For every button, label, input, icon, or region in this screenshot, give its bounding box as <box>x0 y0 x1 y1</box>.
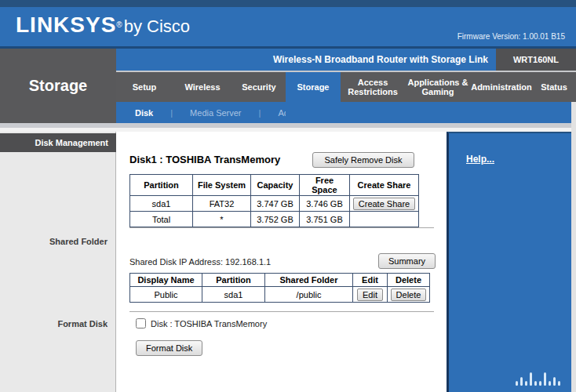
format-disk-checkbox-row: Disk : TOSHIBA TransMemory <box>136 318 267 328</box>
format-disk-button[interactable]: Format Disk <box>136 340 202 356</box>
sidebar-item-format-disk: Format Disk <box>57 319 108 328</box>
logo-brand: LINKSYS <box>16 13 116 37</box>
shared-disk-ip: Shared Disk IP Address: 192.168.1.1 <box>129 257 271 267</box>
tab-security[interactable]: Security <box>232 72 286 102</box>
subnav-separator: | <box>170 108 173 118</box>
product-name: Wireless-N Broadband Router with Storage… <box>116 49 496 71</box>
cell-delete: Delete <box>388 287 430 303</box>
logo-suffix: by Cisco <box>124 16 190 36</box>
section-divider <box>129 227 434 228</box>
subnav-item-media-server[interactable]: Media Server <box>190 108 241 118</box>
shared-folder-table: Display Name Partition Shared Folder Edi… <box>129 273 430 303</box>
page-title-block: Storage <box>0 49 116 123</box>
help-sidebar: Help... <box>447 132 571 392</box>
section-divider <box>129 311 434 312</box>
create-share-button[interactable]: Create Share <box>353 198 415 210</box>
cell-capacity: 3.747 GB <box>251 196 300 212</box>
col-file-system: File System <box>193 175 251 196</box>
format-disk-checkbox-label: Disk : TOSHIBA TransMemory <box>151 319 267 328</box>
tab-access-restrictions[interactable]: Access Restrictions <box>341 72 405 102</box>
tab-applications-gaming[interactable]: Applications & Gaming <box>405 72 471 102</box>
col-free-space: Free Space <box>300 175 350 196</box>
col-capacity: Capacity <box>251 175 300 196</box>
cell-create-share: Create Share <box>350 196 419 212</box>
tab-storage[interactable]: Storage <box>286 72 341 123</box>
col-shared-folder: Shared Folder <box>265 274 353 287</box>
help-link[interactable]: Help... <box>466 154 494 165</box>
col-partition: Partition <box>130 175 193 196</box>
table-header-row: Partition File System Capacity Free Spac… <box>130 175 419 196</box>
cell-edit: Edit <box>353 287 388 303</box>
cell-capacity: 3.752 GB <box>251 212 300 227</box>
tab-status[interactable]: Status <box>532 72 576 102</box>
cell-partition: sda1 <box>202 287 265 303</box>
firmware-version: Firmware Version: 1.00.01 B15 <box>458 32 565 41</box>
page-title: Storage <box>0 77 116 95</box>
cisco-bars-icon <box>516 370 560 386</box>
linksys-logo: LINKSYS®by Cisco <box>16 13 190 38</box>
ip-value: 192.168.1.1 <box>225 257 271 267</box>
cell-shared-folder: /public <box>265 287 353 303</box>
table-row: sda1 FAT32 3.747 GB 3.746 GB Create Shar… <box>130 196 419 212</box>
col-edit: Edit <box>353 274 388 287</box>
cell-create-share-empty <box>350 212 419 227</box>
left-sidebar: Disk Management Shared Folder Format Dis… <box>0 132 116 392</box>
cell-free-space: 3.746 GB <box>300 196 350 212</box>
cell-partition: sda1 <box>130 196 193 212</box>
cell-partition: Total <box>130 212 193 227</box>
table-header-row: Display Name Partition Shared Folder Edi… <box>130 274 430 287</box>
col-create-share: Create Share <box>350 175 419 196</box>
sidebar-item-shared-folder: Shared Folder <box>49 237 108 246</box>
table-row: Public sda1 /public Edit Delete <box>130 287 430 303</box>
header-top-edge <box>0 0 576 7</box>
model-bar: Wireless-N Broadband Router with Storage… <box>116 49 576 71</box>
cell-file-system: FAT32 <box>193 196 251 212</box>
main-nav: Setup Wireless Security Storage Access R… <box>116 72 576 102</box>
col-partition: Partition <box>202 274 265 287</box>
cell-free-space: 3.751 GB <box>300 212 350 227</box>
right-margin-strip <box>571 72 576 392</box>
subnav-separator: | <box>259 108 261 118</box>
model-number: WRT160NL <box>496 49 576 71</box>
top-header: LINKSYS®by Cisco Firmware Version: 1.00.… <box>0 0 576 49</box>
subnav-item-disk[interactable]: Disk <box>135 108 153 118</box>
delete-button[interactable]: Delete <box>391 289 427 301</box>
registered-mark: ® <box>116 20 122 29</box>
safely-remove-disk-button[interactable]: Safely Remove Disk <box>312 152 414 168</box>
ip-label: Shared Disk IP Address: <box>129 257 223 267</box>
col-display-name: Display Name <box>130 274 202 287</box>
disk-title: Disk1 : TOSHIBA TransMemory <box>129 154 280 165</box>
storage-subnav: Disk | Media Server | Administration <box>116 102 571 123</box>
summary-button[interactable]: Summary <box>378 253 436 269</box>
table-row: Total * 3.752 GB 3.751 GB <box>130 212 419 227</box>
partition-table: Partition File System Capacity Free Spac… <box>129 174 419 227</box>
tab-administration[interactable]: Administration <box>471 72 532 102</box>
cell-display-name: Public <box>130 287 202 303</box>
tab-wireless[interactable]: Wireless <box>173 72 232 102</box>
col-delete: Delete <box>388 274 430 287</box>
cell-file-system: * <box>193 212 251 227</box>
format-disk-checkbox[interactable] <box>136 318 146 328</box>
tab-setup[interactable]: Setup <box>116 72 173 102</box>
main-content: Disk1 : TOSHIBA TransMemory Safely Remov… <box>117 132 446 392</box>
sidebar-item-disk-management: Disk Management <box>0 133 116 152</box>
edit-button[interactable]: Edit <box>357 289 383 301</box>
